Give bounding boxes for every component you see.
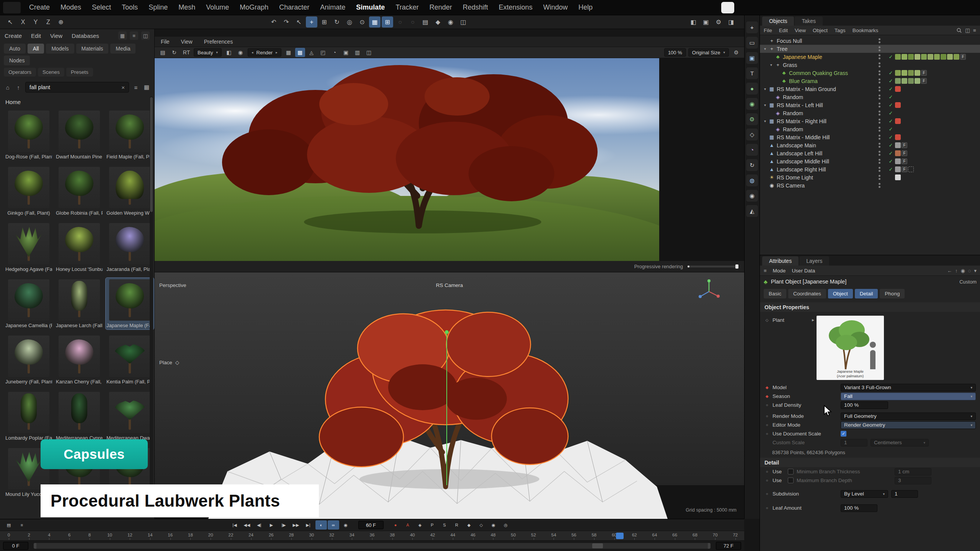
undo-icon[interactable]: ↶ [268,16,279,28]
layout-switcher[interactable] [721,2,734,13]
render-menu-item[interactable]: Preferences [204,39,233,45]
spline-pen-icon[interactable]: ◇ [746,129,758,140]
asset-thumbnail[interactable] [109,336,150,377]
size-dropdown[interactable]: Original Size ▾ [688,48,729,57]
object-label[interactable]: Focus Null [777,38,802,44]
attribute-tab-button[interactable]: Coordinates [788,289,826,298]
manager-tab[interactable]: Layers [799,256,829,266]
rt-toggle[interactable]: RT [181,48,191,57]
material-chip[interactable] [915,54,920,60]
object-row[interactable]: + Focus Null [760,37,980,45]
next-pass-icon[interactable]: ▸ [276,51,278,54]
filter-icon[interactable]: ◫ [965,27,970,33]
asset-filter-tab[interactable]: Materials [76,44,109,54]
field-tag[interactable]: F [902,166,907,172]
home-icon[interactable]: ⌂ [4,84,11,91]
render-menu-item[interactable]: File [161,39,170,45]
object-menu-item[interactable]: Bookmarks [853,28,879,33]
next-frame-button[interactable]: |▶ [278,520,289,530]
menu-item[interactable]: Modes [55,0,87,15]
visibility-dots[interactable] [879,86,880,91]
asset-thumbnail[interactable] [8,167,49,208]
range-start-field[interactable]: 0 F [3,542,28,550]
record-point-level-icon[interactable]: ◇ [475,520,487,530]
field-tag[interactable]: F [902,142,907,148]
object-label[interactable]: Landscape Middle Hill [777,158,829,165]
grid-view-icon[interactable]: ▦ [118,31,127,40]
asset-item[interactable]: Dwarf Mountain Pine (... [55,109,103,161]
solo-toggle-icon[interactable]: ◎ [500,520,511,530]
keyframe-dot[interactable]: ○ [764,414,769,418]
visibility-dots[interactable] [879,103,880,108]
timeline-filter-icon[interactable]: ▤ [3,520,15,530]
asset-thumbnail[interactable] [59,392,100,433]
custom-label[interactable]: Custom [959,279,977,285]
asset-item[interactable]: Japanese Maple (Fall, ... [106,278,154,329]
visibility-dots[interactable] [879,38,880,43]
modeling-axis-icon[interactable]: ◆ [432,16,444,28]
current-frame-field[interactable]: 60 F [358,521,384,529]
timeline-options-icon[interactable]: ≡ [16,520,28,530]
visibility-dots[interactable] [879,111,880,116]
camera-tool-icon[interactable]: ◉ [746,190,758,202]
enabled-check-icon[interactable]: ✓ [887,78,895,84]
use-document-scale-checkbox[interactable]: ✓ [841,431,846,437]
redshift-object-tag[interactable] [895,102,901,108]
attribute-tab-button[interactable]: Phong [880,289,905,298]
perspective-viewport[interactable]: Perspective RS Camera Place ◇ Grid spaci… [155,272,744,519]
leaf-density-field[interactable]: 100 % [841,401,888,409]
rotate-tool-icon[interactable]: ↻ [331,16,343,28]
object-row[interactable]: ♣ Japanese Maple ✓ F [760,53,980,61]
material-chip[interactable] [915,78,920,84]
keyframe-dot[interactable]: ○ [764,432,769,436]
grid-snap-icon[interactable]: ▦ [369,16,381,28]
material-chip[interactable] [895,150,901,156]
attribute-tab-button[interactable]: Detail [855,289,878,298]
attribute-tab-button[interactable]: Basic [764,289,786,298]
redshift-object-tag[interactable] [895,118,901,124]
app-logo[interactable] [3,2,21,13]
keyframe-dot[interactable]: ◇ [764,318,769,322]
enabled-check-icon[interactable]: ✓ [887,102,895,108]
refresh-render-icon[interactable]: ↻ [169,48,179,57]
asset-thumbnail[interactable] [8,279,49,321]
object-row[interactable]: ☀ RS Dome Light [760,173,980,181]
visibility-dots[interactable] [879,151,880,156]
asset-item[interactable]: Juneberry (Fall, Plant) [5,334,53,386]
jump-end-button[interactable]: ▶| [302,520,314,530]
object-label[interactable]: Random [783,94,803,100]
last-tool-icon[interactable]: ◎ [344,16,355,28]
magnet-tool-icon[interactable]: ◔ [746,144,758,156]
visibility-dots[interactable] [879,62,880,67]
enabled-check-icon[interactable]: ✓ [887,70,895,76]
asset-thumbnail[interactable] [8,392,49,433]
render-to-picture-icon[interactable]: ▣ [700,16,712,28]
asset-thumbnail[interactable] [8,223,49,264]
menu-item[interactable]: Mesh [173,0,201,15]
object-label[interactable]: Random [783,110,803,116]
asset-thumbnail[interactable] [109,392,150,433]
interactive-render-icon[interactable]: ◨ [725,16,737,28]
search-icon[interactable] [956,28,962,33]
model-dropdown[interactable]: Variant 3 Full-Grown ▾ [841,384,976,391]
min-branch-use-checkbox[interactable] [788,469,794,474]
search-input[interactable]: fall plant × [25,82,129,93]
select-tool-icon[interactable]: ↖ [293,16,305,28]
plane-tool-icon[interactable]: ▭ [746,37,758,49]
axis-gizmo[interactable] [695,278,723,305]
prev-pass-icon[interactable]: ◂ [252,51,253,54]
visibility-dots[interactable] [879,183,880,188]
snap-icon[interactable]: ◉ [445,16,456,28]
manager-tab[interactable]: Takes [795,16,823,26]
object-label[interactable]: Landscape Main [777,142,816,148]
panel-menu-icon[interactable]: ≡ [973,28,976,33]
material-chip[interactable] [902,54,907,60]
enabled-check-icon[interactable]: ✓ [887,166,895,172]
asset-item[interactable]: Honey Locust 'Sunbur... [55,222,103,273]
enabled-check-icon[interactable]: ✓ [887,86,895,92]
material-chip[interactable] [895,158,901,164]
object-row[interactable]: ▾ ▦ RS Matrix - Right Hill ✓ [760,117,980,125]
asset-category-tab[interactable]: Scenes [38,68,64,77]
season-dropdown[interactable]: Fall ▾ [841,393,976,400]
asset-item[interactable]: Japanese Camellia (Fal... [5,278,53,329]
